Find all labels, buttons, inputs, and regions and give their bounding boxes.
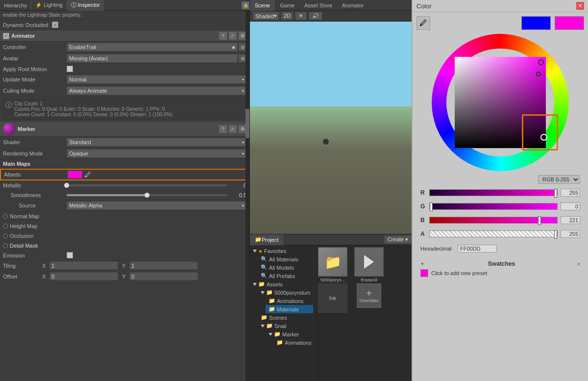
r-slider[interactable] [429,189,558,196]
inspector-scrollbar[interactable] [245,11,249,381]
create-button[interactable]: Create ▾ [384,235,412,244]
b-value-input[interactable] [561,216,580,224]
animator-help-icon[interactable]: ? [219,32,227,40]
inspector-scrollbar-thumb[interactable] [245,109,249,138]
update-mode-dropdown[interactable]: Normal ▾ [67,75,246,84]
list-item[interactable]: + Overrides [352,283,386,313]
tab-hierarchy[interactable]: Hierarchy [0,0,31,11]
rgb-mode-dropdown[interactable]: RGB 0-255 [538,175,580,184]
shader-dropdown[interactable]: Standard ▾ [67,138,246,147]
metallic-slider[interactable] [67,184,227,186]
offset-row: Offset X Y [0,271,249,282]
asset-5000[interactable]: 📁 5000poryndum [258,288,313,297]
asset-ani[interactable]: 📁 Animations [273,338,313,347]
lightmap-notice: enable the Lightmap Static property. [0,11,249,20]
saturation-square-foreign[interactable] [455,57,546,148]
scene-tab-label: Scene [255,2,270,8]
assets-header[interactable]: 📁 Assets [250,280,313,288]
overrides-thumb[interactable]: + Overrides [357,283,381,308]
asset-snail[interactable]: 📁 Snail [258,322,313,330]
swatch-add-area[interactable]: Click to add new preset [420,269,580,277]
tiling-x-input[interactable] [49,261,118,270]
tab-scene[interactable]: Scene [250,0,275,11]
scene-audio-btn[interactable]: 🔊 [309,12,322,20]
list-item[interactable]: 📁 5000poryn... [316,247,350,282]
smoothness-label: Smoothness [3,192,67,198]
color-preview-new[interactable] [555,16,584,30]
emission-checkbox[interactable] [67,252,73,258]
apply-root-row: Apply Root Motion [0,64,249,74]
tab-asset-store[interactable]: Asset Store [299,0,337,11]
source-value: Metallic Alpha ▾ [67,201,246,210]
dynamic-occluded-checkbox[interactable]: ✓ [52,22,58,28]
scene-light-btn[interactable]: ☀ [295,12,307,20]
controller-dropdown[interactable]: EnableTrail ◉ [67,43,238,51]
apply-root-checkbox[interactable] [67,66,73,72]
a-slider[interactable] [429,230,558,237]
rendering-mode-dropdown[interactable]: Opaque ▾ [67,149,246,158]
tab-inspector[interactable]: ⓘ Inspector [67,0,104,11]
dynamic-occluded-row: Dynamic Occluded ✓ [0,20,249,30]
b-slider[interactable] [429,217,558,224]
hex-input[interactable] [458,245,497,253]
tab-game[interactable]: Game [275,0,299,11]
list-item[interactable]: EraseAll [352,247,386,282]
offset-x-field: X [42,272,118,280]
metallic-row: Metallic 0 [0,180,249,190]
material-help-icon[interactable]: ? [219,125,227,133]
ink-label: Ink [329,295,337,301]
fav-all-materials[interactable]: 🔍 All Materials [258,255,313,263]
asset-scenes[interactable]: 📁 Scenes [258,313,313,322]
fav-all-prefabs[interactable]: 🔍 All Prefabs [258,272,313,280]
color-picker-close-button[interactable]: ✕ [576,2,584,10]
material-expand-icon[interactable]: ⤢ [229,125,237,133]
asset-scenes-folder-icon: 📁 [261,314,268,321]
animator-section-icons: ? ⤢ ⚙ [219,32,246,40]
animator-enabled-checkbox[interactable]: ✓ [3,33,9,39]
search-icon-3: 🔍 [261,273,268,279]
color-picker-title: Color [416,2,432,10]
fav-all-models[interactable]: 🔍 All Models [258,263,313,272]
g-slider[interactable] [429,203,558,210]
asset-marker[interactable]: 📁 Marker [266,330,313,338]
lighting-tab-label: ⚡ Lighting [35,2,63,8]
tab-lighting[interactable]: ⚡ Lighting [31,0,67,11]
list-item[interactable]: Ink [316,283,350,313]
avatar-label: Avatar [3,55,67,61]
albedo-eyedropper-icon[interactable]: 🖉 [84,171,91,178]
offset-x-input[interactable] [49,272,118,280]
shading-dropdown[interactable]: Shaded ▾ [253,12,279,20]
source-dropdown[interactable]: Metallic Alpha ▾ [67,201,246,210]
asset-materials[interactable]: 📁 Materials [266,305,313,313]
g-value-input[interactable] [561,203,580,210]
smoothness-slider[interactable] [67,194,227,196]
tiling-row: Tiling X Y [0,260,249,271]
color-wheel-svg[interactable] [432,34,569,171]
tiling-y-input[interactable] [129,261,198,270]
tab-project[interactable]: 📁 Project [250,234,283,245]
asset-snail-children: 📁 Marker 📁 Animations [258,330,313,347]
swatches-menu-icon[interactable]: ≡ [577,261,580,267]
inspector-lock-icon[interactable]: 🔒 [242,1,249,9]
2d-button[interactable]: 2D [281,12,293,20]
tiling-y-field: Y [122,261,198,270]
asset-store-tab-label: Asset Store [304,2,332,8]
animator-expand-icon[interactable]: ⤢ [229,32,237,40]
occlusion-row: Occlusion [0,231,249,241]
animator-section: ✓ Animator ? ⤢ ⚙ Controller EnableTrail … [0,30,249,120]
a-value-input[interactable] [561,230,580,238]
inspector-tab-label: ⓘ Inspector [71,1,100,9]
avatar-dropdown[interactable]: Missing (Avatar) [67,54,238,63]
asset-animations[interactable]: 📁 Animations [266,297,313,305]
culling-mode-dropdown[interactable]: Always Animate ▾ [67,86,246,95]
tab-animator[interactable]: Animator [337,0,368,11]
offset-y-input[interactable] [129,272,198,280]
r-value-input[interactable] [561,189,580,197]
material-section: Marker ? ⤢ ⚙ Shader Standard ▾ [0,122,249,282]
culling-mode-row: Culling Mode Always Animate ▾ [0,85,249,97]
eyedropper-button[interactable]: 🖉 [416,16,430,30]
albedo-label: Albedo [4,172,68,178]
rgb-mode-container: RGB 0-255 [416,175,584,184]
albedo-color-swatch[interactable] [68,171,82,178]
material-sphere-icon [3,123,15,135]
